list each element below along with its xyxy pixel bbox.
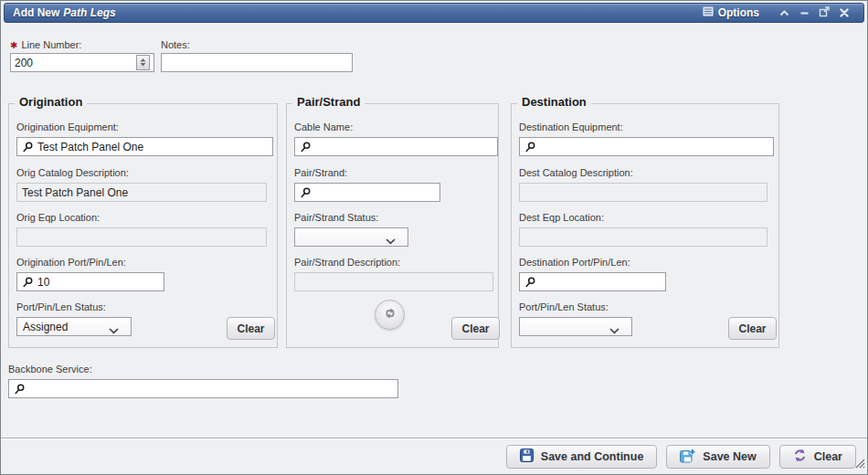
chevron-up-icon: [779, 5, 789, 21]
orig-eqp-location-field: [16, 227, 267, 247]
orig-eqp-location-label: Orig Eqp Location:: [16, 212, 100, 223]
pair-strand-status-select[interactable]: [294, 227, 408, 247]
title-emphasis: Path Legs: [63, 6, 115, 19]
destination-equipment-input[interactable]: [540, 139, 769, 154]
options-label: Options: [718, 6, 759, 19]
footer-divider: [1, 438, 867, 439]
destination-port-label: Destination Port/Pin/Len:: [519, 257, 630, 268]
titlebar: Add New Path Legs Options: [4, 3, 864, 23]
origination-equipment-field: [16, 137, 273, 156]
destination-port-input[interactable]: [540, 274, 662, 290]
save-new-label: Save New: [703, 450, 756, 463]
origination-equipment-input[interactable]: [37, 139, 269, 154]
orig-status-select[interactable]: Assigned: [16, 317, 132, 336]
destination-legend: Destination: [517, 95, 591, 109]
notes-field: [161, 53, 353, 72]
pair-strand-status-label: Pair/Strand Status:: [294, 212, 378, 223]
origination-port-input[interactable]: [37, 274, 160, 290]
orig-catalog-description-label: Orig Catalog Description:: [16, 167, 129, 178]
backbone-service-input[interactable]: [29, 381, 394, 396]
search-icon: [15, 384, 25, 395]
minimize-button[interactable]: [794, 5, 814, 21]
pair-strand-label: Pair/Strand:: [294, 167, 347, 178]
search-icon: [525, 142, 535, 153]
number-stepper-icon[interactable]: [136, 55, 150, 70]
chevron-down-icon: [609, 324, 619, 337]
origination-equipment-label: Origination Equipment:: [16, 121, 119, 132]
save-new-icon: [680, 449, 695, 466]
fieldset-origination: Origination Origination Equipment: Orig …: [8, 103, 278, 348]
dest-status-label: Port/Pin/Len Status:: [519, 301, 609, 312]
list-icon: [703, 6, 714, 19]
search-icon: [301, 142, 311, 153]
pair-strand-input[interactable]: [315, 185, 436, 200]
orig-catalog-description-field: Test Patch Panel One: [16, 183, 267, 202]
destination-equipment-field: [519, 137, 774, 156]
cable-name-label: Cable Name:: [294, 121, 353, 132]
page-title: Add New Path Legs: [5, 6, 116, 19]
orig-status-label: Port/Pin/Len Status:: [16, 301, 106, 312]
notes-input[interactable]: [165, 55, 348, 70]
save-and-continue-label: Save and Continue: [541, 450, 644, 463]
footer-actions: Save and Continue Save New Clear: [506, 445, 856, 469]
destination-port-field: [519, 272, 666, 291]
pair-strand-description-field: [294, 272, 493, 291]
fieldset-destination: Destination Destination Equipment: Dest …: [511, 103, 779, 348]
line-number-input[interactable]: [15, 55, 136, 70]
options-button[interactable]: Options: [703, 6, 759, 19]
pair-strand-clear-button[interactable]: Clear: [451, 317, 500, 340]
close-icon: [840, 5, 849, 21]
cable-name-input[interactable]: [315, 139, 493, 154]
line-number-field: [10, 53, 154, 72]
dest-eqp-location-field: [519, 227, 767, 247]
save-new-button[interactable]: Save New: [666, 445, 769, 469]
refresh-icon: [793, 449, 807, 465]
search-icon: [301, 187, 311, 198]
search-icon: [23, 142, 33, 153]
backbone-service-label: Backbone Service:: [8, 364, 92, 375]
dest-status-select[interactable]: [519, 317, 632, 336]
notes-label: Notes:: [161, 39, 190, 50]
origination-port-label: Origination Port/Pin/Len:: [16, 257, 126, 268]
collapse-button[interactable]: [774, 5, 794, 21]
dest-catalog-description-label: Dest Catalog Description:: [519, 167, 633, 178]
dest-eqp-location-label: Dest Eqp Location:: [519, 212, 604, 223]
clear-label: Clear: [814, 450, 842, 463]
search-icon: [525, 277, 535, 288]
refresh-swap-icon: [383, 306, 397, 324]
close-button[interactable]: [834, 5, 854, 21]
save-icon: [520, 449, 534, 465]
chevron-down-icon: [386, 235, 396, 248]
pair-strand-field: [294, 183, 440, 202]
pair-strand-swap-button[interactable]: [375, 300, 405, 330]
title-prefix: Add New: [13, 6, 59, 19]
minimize-icon: [799, 5, 810, 21]
origination-port-field: [16, 272, 164, 291]
cable-name-field: [294, 137, 498, 156]
origination-clear-button[interactable]: Clear: [227, 317, 275, 340]
orig-status-value: Assigned: [23, 321, 68, 333]
save-and-continue-button[interactable]: Save and Continue: [506, 445, 658, 469]
line-number-label: ✱Line Number:: [10, 39, 81, 50]
destination-equipment-label: Destination Equipment:: [519, 121, 623, 132]
pair-strand-description-label: Pair/Strand Description:: [294, 257, 400, 268]
popout-icon: [819, 5, 830, 21]
add-new-path-legs-dialog: Add New Path Legs Options: [0, 0, 868, 475]
popout-button[interactable]: [814, 5, 834, 21]
search-icon: [23, 277, 33, 288]
clear-button[interactable]: Clear: [779, 445, 856, 469]
fieldset-pair-strand: Pair/Strand Cable Name: Pair/Strand: Pai…: [286, 103, 499, 348]
resize-handle[interactable]: [854, 456, 865, 472]
pair-strand-legend: Pair/Strand: [292, 95, 365, 109]
origination-legend: Origination: [15, 95, 87, 109]
required-marker: ✱: [10, 40, 17, 50]
backbone-service-field: [8, 379, 398, 398]
destination-clear-button[interactable]: Clear: [728, 317, 777, 340]
dest-catalog-description-field: [519, 183, 767, 202]
chevron-down-icon: [109, 324, 119, 337]
